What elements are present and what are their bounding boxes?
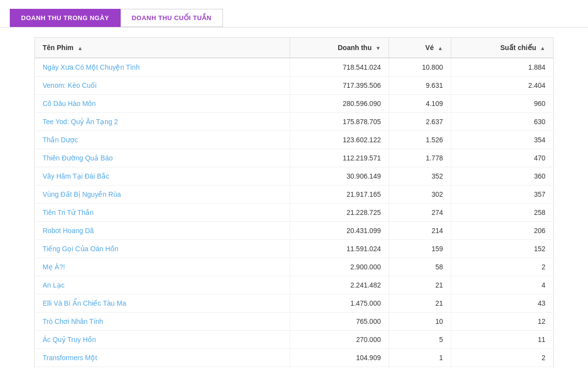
ve-cell: 274 bbox=[389, 204, 451, 222]
suat-chieu-cell: 2.404 bbox=[451, 77, 553, 95]
table-row: Vây Hãm Tại Đài Bắc30.906.149352360 bbox=[35, 167, 554, 185]
doanh-thu-cell: 270.000 bbox=[290, 331, 389, 349]
header-row: Tên Phim ▲Doanh thu ▼Vé ▲Suất chiếu ▲ bbox=[35, 38, 554, 58]
suat-chieu-cell: 152 bbox=[451, 240, 553, 258]
suat-chieu-cell: 258 bbox=[451, 204, 553, 222]
ve-cell: 1 bbox=[389, 349, 451, 367]
doanh-thu-cell: 175.878.705 bbox=[290, 113, 389, 131]
doanh-thu-cell: 1.475.000 bbox=[290, 294, 389, 313]
table-body: Ngày Xưa Có Một Chuyện Tình718.541.02410… bbox=[35, 58, 554, 368]
suat-chieu-cell: 11 bbox=[451, 331, 553, 349]
sort-icon-ten-phim: ▲ bbox=[77, 45, 83, 51]
film-name-cell[interactable]: Venom: Kèo Cuối bbox=[35, 77, 290, 95]
tab-cuoi-tuan[interactable]: DOANH THU CUỐI TUẦN bbox=[121, 9, 223, 27]
film-name-cell[interactable]: Robot Hoang Dã bbox=[35, 222, 290, 240]
sort-icon-ve: ▲ bbox=[438, 45, 443, 51]
film-name-cell[interactable]: Ác Quỷ Truy Hồn bbox=[35, 331, 290, 349]
table-row: Robot Hoang Dã20.431.099214206 bbox=[35, 222, 554, 240]
table-row: Vùng Đất Bị Nguyền Rùa21.917.165302357 bbox=[35, 185, 554, 204]
suat-chieu-cell: 12 bbox=[451, 313, 553, 331]
suat-chieu-cell: 470 bbox=[451, 149, 553, 167]
ve-cell: 21 bbox=[389, 276, 451, 294]
table-row: An Lạc2.241.482214 bbox=[35, 276, 554, 294]
ve-cell: 214 bbox=[389, 222, 451, 240]
table-row: Ác Quỷ Truy Hồn270.000511 bbox=[35, 331, 554, 349]
ve-cell: 159 bbox=[389, 240, 451, 258]
suat-chieu-cell: 630 bbox=[451, 113, 553, 131]
doanh-thu-cell: 717.395.506 bbox=[290, 77, 389, 95]
ve-cell: 10.800 bbox=[389, 58, 451, 77]
suat-chieu-cell: 360 bbox=[451, 167, 553, 185]
tabs-bar: DOANH THU TRONG NGÀYDOANH THU CUỐI TUẦN bbox=[0, 0, 588, 27]
table-row: Tiên Tri Tử Thần21.228.725274258 bbox=[35, 204, 554, 222]
doanh-thu-cell: 123.602.122 bbox=[290, 131, 389, 149]
suat-chieu-cell: 43 bbox=[451, 294, 553, 313]
col-header-doanh-thu[interactable]: Doanh thu ▼ bbox=[290, 38, 389, 58]
doanh-thu-cell: 718.541.024 bbox=[290, 58, 389, 77]
film-name-cell[interactable]: Thần Dược bbox=[35, 131, 290, 149]
suat-chieu-cell: 354 bbox=[451, 131, 553, 149]
ve-cell: 9.631 bbox=[389, 77, 451, 95]
film-name-cell[interactable]: Mẹ À?! bbox=[35, 258, 290, 276]
suat-chieu-cell: 960 bbox=[451, 95, 553, 113]
table-header: Tên Phim ▲Doanh thu ▼Vé ▲Suất chiếu ▲ bbox=[35, 38, 554, 58]
table-row: Ngày Xưa Có Một Chuyện Tình718.541.02410… bbox=[35, 58, 554, 77]
film-name-cell[interactable]: Tiên Tri Tử Thần bbox=[35, 204, 290, 222]
tab-trong-ngay[interactable]: DOANH THU TRONG NGÀY bbox=[10, 9, 121, 27]
table-row: Cô Dâu Hào Môn280.596.0904.109960 bbox=[35, 95, 554, 113]
film-name-cell[interactable]: Vùng Đất Bị Nguyền Rùa bbox=[35, 185, 290, 204]
suat-chieu-cell: 4 bbox=[451, 276, 553, 294]
col-header-suat-chieu[interactable]: Suất chiếu ▲ bbox=[451, 38, 553, 58]
doanh-thu-cell: 21.917.165 bbox=[290, 185, 389, 204]
sort-icon-suat-chieu: ▲ bbox=[540, 45, 545, 51]
film-name-cell[interactable]: Transformers Một bbox=[35, 349, 290, 367]
ve-cell: 4.109 bbox=[389, 95, 451, 113]
ve-cell: 5 bbox=[389, 331, 451, 349]
ve-cell: 352 bbox=[389, 167, 451, 185]
doanh-thu-cell: 104.909 bbox=[290, 349, 389, 367]
sort-icon-doanh-thu: ▼ bbox=[375, 45, 381, 51]
film-name-cell[interactable]: Tiếng Gọi Của Oán Hồn bbox=[35, 240, 290, 258]
col-header-ten-phim[interactable]: Tên Phim ▲ bbox=[35, 38, 290, 58]
doanh-thu-cell: 11.591.024 bbox=[290, 240, 389, 258]
col-header-ve[interactable]: Vé ▲ bbox=[389, 38, 451, 58]
suat-chieu-cell: 1.884 bbox=[451, 58, 553, 77]
ve-cell: 10 bbox=[389, 313, 451, 331]
suat-chieu-cell: 2 bbox=[451, 258, 553, 276]
film-name-cell[interactable]: Trò Chơi Nhân Tính bbox=[35, 313, 290, 331]
film-name-cell[interactable]: Thiên Đường Quả Báo bbox=[35, 149, 290, 167]
suat-chieu-cell: 357 bbox=[451, 185, 553, 204]
table-row: Thiên Đường Quả Báo112.219.5711.778470 bbox=[35, 149, 554, 167]
table-row: Elli Và Bí Ẩn Chiếc Tàu Ma1.475.0002143 bbox=[35, 294, 554, 313]
doanh-thu-cell: 280.596.090 bbox=[290, 95, 389, 113]
table-row: Transformers Một104.90912 bbox=[35, 349, 554, 367]
film-name-cell[interactable]: Ngày Xưa Có Một Chuyện Tình bbox=[35, 58, 290, 77]
doanh-thu-cell: 2.241.482 bbox=[290, 276, 389, 294]
ve-cell: 21 bbox=[389, 294, 451, 313]
table-row: Tiếng Gọi Của Oán Hồn11.591.024159152 bbox=[35, 240, 554, 258]
table-row: Trò Chơi Nhân Tính765.0001012 bbox=[35, 313, 554, 331]
table-row: Mẹ À?!2.900.000582 bbox=[35, 258, 554, 276]
ve-cell: 1.778 bbox=[389, 149, 451, 167]
film-name-cell[interactable]: Tee Yod: Quỷ Ăn Tạng 2 bbox=[35, 113, 290, 131]
film-name-cell[interactable]: Vây Hãm Tại Đài Bắc bbox=[35, 167, 290, 185]
table-container: Tên Phim ▲Doanh thu ▼Vé ▲Suất chiếu ▲ Ng… bbox=[24, 37, 564, 368]
film-name-cell[interactable]: An Lạc bbox=[35, 276, 290, 294]
table-row: Tee Yod: Quỷ Ăn Tạng 2175.878.7052.63763… bbox=[35, 113, 554, 131]
doanh-thu-cell: 2.900.000 bbox=[290, 258, 389, 276]
table-row: Thần Dược123.602.1221.526354 bbox=[35, 131, 554, 149]
doanh-thu-cell: 30.906.149 bbox=[290, 167, 389, 185]
film-name-cell[interactable]: Elli Và Bí Ẩn Chiếc Tàu Ma bbox=[35, 294, 290, 313]
ve-cell: 2.637 bbox=[389, 113, 451, 131]
doanh-thu-cell: 21.228.725 bbox=[290, 204, 389, 222]
ve-cell: 1.526 bbox=[389, 131, 451, 149]
revenue-table: Tên Phim ▲Doanh thu ▼Vé ▲Suất chiếu ▲ Ng… bbox=[34, 37, 554, 368]
ve-cell: 302 bbox=[389, 185, 451, 204]
ve-cell: 58 bbox=[389, 258, 451, 276]
suat-chieu-cell: 2 bbox=[451, 349, 553, 367]
doanh-thu-cell: 112.219.571 bbox=[290, 149, 389, 167]
table-row: Venom: Kèo Cuối717.395.5069.6312.404 bbox=[35, 77, 554, 95]
doanh-thu-cell: 765.000 bbox=[290, 313, 389, 331]
film-name-cell[interactable]: Cô Dâu Hào Môn bbox=[35, 95, 290, 113]
doanh-thu-cell: 20.431.099 bbox=[290, 222, 389, 240]
